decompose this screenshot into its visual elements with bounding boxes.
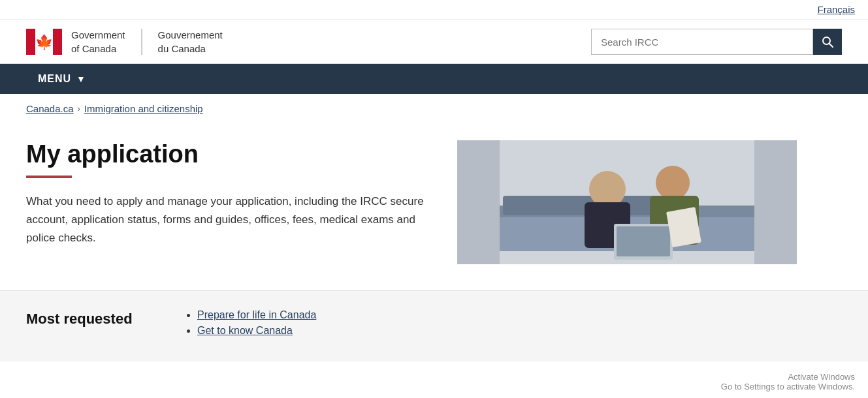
svg-text:🍁: 🍁: [35, 33, 54, 51]
content-left: My application What you need to apply an…: [26, 140, 431, 247]
most-requested-link-2[interactable]: Get to know Canada: [197, 325, 293, 336]
page-title: My application: [26, 140, 431, 169]
title-underline: [26, 176, 72, 178]
most-requested-section: Most requested Prepare for life in Canad…: [0, 290, 868, 361]
breadcrumb-canada-ca[interactable]: Canada.ca: [26, 103, 74, 114]
svg-rect-17: [617, 226, 670, 256]
search-button[interactable]: [813, 29, 842, 55]
language-bar: Français: [0, 0, 868, 20]
search-icon: [822, 36, 833, 48]
svg-rect-0: [26, 29, 35, 55]
list-item: Get to know Canada: [197, 325, 316, 337]
hero-image-svg: [457, 140, 797, 264]
most-requested-link-1[interactable]: Prepare for life in Canada: [197, 309, 316, 320]
svg-rect-9: [503, 196, 594, 215]
chevron-down-icon: ▼: [76, 74, 86, 84]
search-area: [591, 29, 842, 55]
most-requested-title: Most requested: [26, 309, 157, 328]
canada-flag-icon: 🍁: [26, 29, 62, 55]
gov-name-french: Gouvernement du Canada: [158, 28, 223, 55]
menu-button[interactable]: MENU ▼: [26, 64, 98, 94]
breadcrumb-immigration[interactable]: Immigration and citizenship: [84, 103, 203, 114]
svg-rect-18: [666, 207, 701, 247]
most-requested-links: Prepare for life in Canada Get to know C…: [183, 309, 316, 341]
breadcrumb: Canada.ca › Immigration and citizenship: [0, 94, 868, 121]
main-content: My application What you need to apply an…: [0, 121, 868, 290]
main-nav: MENU ▼: [0, 64, 868, 94]
svg-point-14: [656, 166, 690, 200]
svg-line-5: [829, 44, 833, 48]
search-input[interactable]: [591, 29, 813, 55]
list-item: Prepare for life in Canada: [197, 309, 316, 321]
svg-rect-20: [754, 140, 797, 264]
site-header: 🍁 Government of Canada Gouvernement du C…: [0, 20, 868, 64]
hero-image: [457, 140, 797, 264]
gov-name-separator: [141, 29, 142, 55]
page-description: What you need to apply and manage your a…: [26, 192, 431, 247]
francais-link[interactable]: Français: [817, 4, 855, 15]
svg-rect-3: [53, 29, 62, 55]
gov-name-english: Government of Canada: [71, 28, 125, 55]
menu-label: MENU: [38, 73, 71, 85]
breadcrumb-separator: ›: [78, 104, 80, 114]
svg-rect-19: [457, 140, 500, 264]
logo-area: 🍁 Government of Canada Gouvernement du C…: [26, 28, 223, 55]
svg-point-12: [589, 171, 626, 207]
